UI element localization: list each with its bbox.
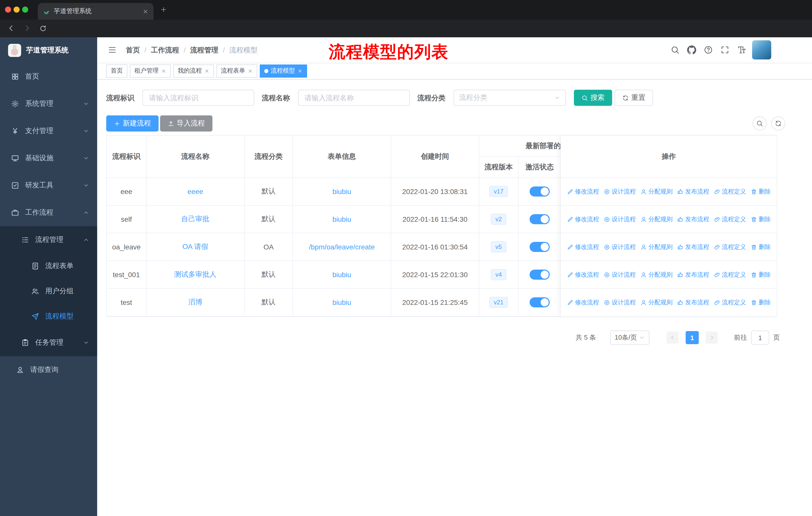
delete-link[interactable]: 删除 bbox=[751, 215, 771, 223]
process-definition-link[interactable]: 流程定义 bbox=[714, 215, 746, 223]
sidebar-item-payment[interactable]: 支付管理 bbox=[0, 117, 97, 145]
import-process-button[interactable]: 导入流程 bbox=[160, 115, 212, 132]
modify-process-link[interactable]: 修改流程 bbox=[567, 270, 599, 279]
active-toggle[interactable] bbox=[529, 186, 550, 196]
sidebar-item-process-management[interactable]: 流程管理 bbox=[0, 226, 97, 253]
assign-rule-link[interactable]: 分配规则 bbox=[640, 187, 672, 196]
search-icon[interactable] bbox=[671, 45, 679, 54]
assign-rule-link[interactable]: 分配规则 bbox=[640, 215, 672, 223]
tag-tenant[interactable]: 租户管理 bbox=[130, 64, 171, 77]
process-name-link[interactable]: eeee bbox=[187, 187, 203, 195]
active-toggle[interactable] bbox=[529, 214, 550, 224]
page-number-button[interactable]: 1 bbox=[686, 331, 699, 344]
forward-icon[interactable] bbox=[23, 24, 31, 32]
delete-link[interactable]: 删除 bbox=[751, 187, 771, 196]
version-badge[interactable]: v2 bbox=[491, 214, 506, 225]
sidebar-item-task-management[interactable]: 任务管理 bbox=[0, 329, 97, 356]
breadcrumb-home[interactable]: 首页 bbox=[126, 46, 140, 55]
modify-process-link[interactable]: 修改流程 bbox=[567, 243, 599, 251]
form-info-link[interactable]: biubiu bbox=[332, 271, 351, 279]
process-id-input[interactable] bbox=[142, 90, 254, 106]
toggle-search-button[interactable] bbox=[753, 116, 767, 131]
back-icon[interactable] bbox=[7, 24, 15, 32]
sidebar-item-home[interactable]: 首页 bbox=[0, 63, 97, 90]
github-icon[interactable] bbox=[687, 45, 696, 54]
design-process-link[interactable]: 设计流程 bbox=[604, 298, 636, 307]
design-process-link[interactable]: 设计流程 bbox=[604, 187, 636, 196]
tab-close-icon[interactable] bbox=[142, 8, 148, 15]
sidebar-logo[interactable]: 芋道管理系统 bbox=[0, 37, 97, 63]
hamburger-icon[interactable] bbox=[108, 45, 117, 54]
design-process-link[interactable]: 设计流程 bbox=[604, 270, 636, 279]
publish-process-link[interactable]: 发布流程 bbox=[677, 215, 709, 223]
tag-home[interactable]: 首页 bbox=[106, 64, 127, 77]
process-name-link[interactable]: OA 请假 bbox=[182, 242, 208, 251]
assign-rule-link[interactable]: 分配规则 bbox=[640, 243, 672, 251]
window-minimize-button[interactable] bbox=[13, 6, 20, 12]
design-process-link[interactable]: 设计流程 bbox=[604, 243, 636, 251]
modify-process-link[interactable]: 修改流程 bbox=[567, 187, 599, 196]
version-badge[interactable]: v5 bbox=[491, 241, 506, 252]
sidebar-item-system[interactable]: 系统管理 bbox=[0, 90, 97, 117]
sidebar-item-workflow[interactable]: 工作流程 bbox=[0, 199, 97, 226]
active-toggle[interactable] bbox=[529, 297, 550, 307]
delete-link[interactable]: 删除 bbox=[751, 298, 771, 307]
form-info-link[interactable]: /bpm/oa/leave/create bbox=[309, 243, 375, 251]
reset-button[interactable]: 重置 bbox=[615, 90, 653, 106]
design-process-link[interactable]: 设计流程 bbox=[604, 215, 636, 223]
publish-process-link[interactable]: 发布流程 bbox=[677, 270, 709, 279]
sidebar-item-infrastructure[interactable]: 基础设施 bbox=[0, 145, 97, 172]
process-name-link[interactable]: 滔博 bbox=[188, 298, 202, 307]
sidebar-item-leave-query[interactable]: 请假查询 bbox=[0, 356, 97, 383]
window-zoom-button[interactable] bbox=[22, 6, 28, 12]
publish-process-link[interactable]: 发布流程 bbox=[677, 187, 709, 196]
delete-link[interactable]: 删除 bbox=[751, 243, 771, 251]
active-toggle[interactable] bbox=[529, 242, 550, 252]
modify-process-link[interactable]: 修改流程 bbox=[567, 215, 599, 223]
process-name-link[interactable]: 自己审批 bbox=[181, 215, 209, 224]
active-toggle[interactable] bbox=[529, 270, 550, 280]
tag-my-process[interactable]: 我的流程 bbox=[173, 64, 214, 77]
page-size-select[interactable]: 10条/页 bbox=[610, 331, 649, 345]
close-icon[interactable] bbox=[297, 68, 302, 73]
close-icon[interactable] bbox=[248, 68, 253, 73]
goto-page-input[interactable] bbox=[751, 331, 769, 345]
version-badge[interactable]: v4 bbox=[491, 269, 506, 280]
help-icon[interactable] bbox=[704, 45, 713, 54]
sidebar-item-process-model[interactable]: 流程模型 bbox=[0, 304, 97, 329]
delete-link[interactable]: 删除 bbox=[751, 270, 771, 279]
tag-process-model[interactable]: 流程模型 bbox=[260, 64, 307, 77]
process-definition-link[interactable]: 流程定义 bbox=[714, 187, 746, 196]
process-definition-link[interactable]: 流程定义 bbox=[714, 270, 746, 279]
close-icon[interactable] bbox=[204, 68, 209, 73]
prev-page-button[interactable] bbox=[667, 332, 678, 344]
sidebar-item-devtools[interactable]: 研发工具 bbox=[0, 172, 97, 199]
publish-process-link[interactable]: 发布流程 bbox=[677, 243, 709, 251]
process-definition-link[interactable]: 流程定义 bbox=[714, 298, 746, 307]
tag-process-form[interactable]: 流程表单 bbox=[216, 64, 257, 77]
form-info-link[interactable]: biubiu bbox=[332, 215, 351, 223]
form-info-link[interactable]: biubiu bbox=[332, 187, 351, 195]
assign-rule-link[interactable]: 分配规则 bbox=[640, 298, 672, 307]
process-category-select[interactable]: 流程分类 bbox=[454, 90, 566, 106]
refresh-table-button[interactable] bbox=[771, 116, 785, 131]
sidebar-item-process-form[interactable]: 流程表单 bbox=[0, 253, 97, 279]
version-badge[interactable]: v21 bbox=[489, 297, 508, 308]
search-button[interactable]: 搜索 bbox=[574, 90, 612, 106]
form-info-link[interactable]: biubiu bbox=[332, 298, 351, 306]
process-name-link[interactable]: 测试多审批人 bbox=[174, 270, 216, 279]
process-definition-link[interactable]: 流程定义 bbox=[714, 243, 746, 251]
user-avatar[interactable] bbox=[752, 40, 771, 59]
assign-rule-link[interactable]: 分配规则 bbox=[640, 270, 672, 279]
process-name-input[interactable] bbox=[298, 90, 410, 106]
browser-tab[interactable]: 芋道管理系统 bbox=[38, 3, 153, 20]
publish-process-link[interactable]: 发布流程 bbox=[677, 298, 709, 307]
sidebar-item-user-group[interactable]: 用户分组 bbox=[0, 279, 97, 304]
create-process-button[interactable]: 新建流程 bbox=[106, 115, 158, 132]
window-close-button[interactable] bbox=[5, 6, 11, 12]
modify-process-link[interactable]: 修改流程 bbox=[567, 298, 599, 307]
next-page-button[interactable] bbox=[706, 332, 718, 344]
font-size-icon[interactable] bbox=[737, 45, 746, 54]
reload-icon[interactable] bbox=[39, 25, 47, 32]
breadcrumb-workflow[interactable]: 工作流程 bbox=[151, 46, 179, 55]
